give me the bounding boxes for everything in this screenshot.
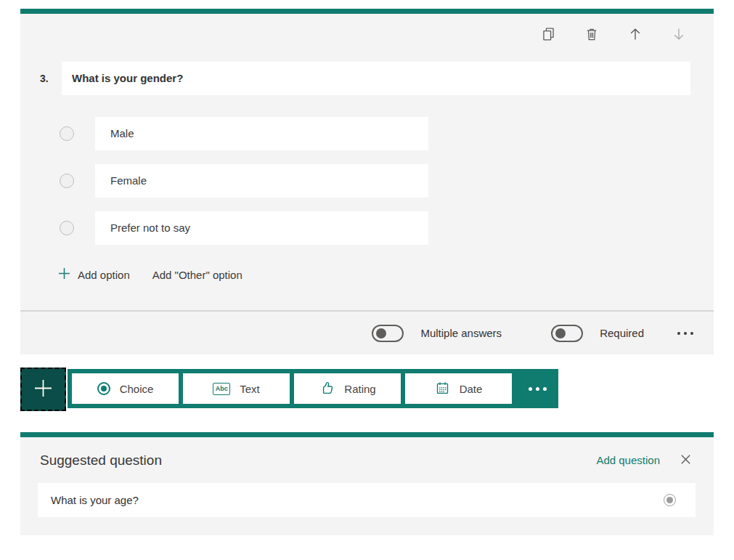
question-type-strip: Choice Abc Text Rating [68, 369, 558, 408]
close-icon [680, 453, 692, 468]
add-suggested-question-link[interactable]: Add question [596, 454, 660, 466]
question-title-input[interactable]: What is your gender? [62, 62, 690, 95]
option-row: Prefer not to say [60, 211, 714, 245]
option-list: Male Female Prefer not to say [20, 117, 714, 245]
toggle-knob [555, 328, 566, 338]
suggested-question-card: Suggested question Add question What is … [20, 432, 714, 535]
choice-button-label: Choice [120, 383, 154, 395]
question-card-body: 3. What is your gender? Male Female Pref… [20, 14, 714, 310]
plus-icon [58, 267, 70, 282]
multiple-answers-toggle[interactable] [372, 325, 404, 342]
multiple-answers-label: Multiple answers [420, 327, 502, 339]
trash-icon [584, 26, 599, 42]
option-radio-button[interactable] [60, 126, 74, 141]
required-label: Required [600, 327, 644, 339]
add-new-question-button[interactable] [20, 368, 66, 411]
add-text-question-button[interactable]: Abc Text [183, 373, 290, 404]
card-accent-bar [20, 9, 714, 14]
rating-button-label: Rating [344, 383, 375, 395]
more-question-types-button[interactable] [516, 373, 558, 404]
toggle-knob [376, 328, 386, 338]
text-abc-icon: Abc [213, 383, 230, 395]
option-text-input[interactable]: Female [95, 164, 428, 198]
question-card-footer: Multiple answers Required [20, 310, 714, 354]
suggested-question-actions: Add question [596, 453, 693, 468]
option-row: Female [60, 164, 714, 198]
date-button-label: Date [460, 383, 483, 395]
required-toggle[interactable] [551, 325, 583, 342]
add-question-bar: Choice Abc Text Rating [20, 368, 714, 411]
more-question-settings-button[interactable] [676, 328, 695, 339]
option-text-input[interactable]: Prefer not to say [95, 211, 428, 245]
question-number: 3. [40, 62, 62, 84]
option-radio-button[interactable] [60, 174, 74, 188]
add-date-question-button[interactable]: Date [405, 373, 512, 404]
add-other-option-button[interactable]: Add "Other" option [152, 269, 242, 281]
suggested-question-row[interactable]: What is your age? [38, 483, 696, 517]
delete-question-button[interactable] [583, 25, 600, 43]
question-action-toolbar [20, 14, 714, 43]
copy-icon [541, 26, 556, 42]
move-question-down-button[interactable] [670, 25, 688, 43]
option-row: Male [60, 117, 714, 150]
add-option-row: Add option Add "Other" option [58, 267, 714, 282]
suggested-question-title: Suggested question [40, 453, 162, 468]
plus-icon [33, 378, 54, 401]
arrow-down-icon [672, 26, 686, 42]
question-title-row: 3. What is your gender? [40, 62, 690, 95]
date-calendar-icon [435, 380, 450, 398]
add-option-label: Add option [78, 269, 130, 281]
choice-radio-icon [97, 382, 110, 395]
rating-thumbs-up-icon [319, 380, 335, 398]
arrow-up-icon [628, 26, 643, 42]
move-question-up-button[interactable] [627, 25, 644, 43]
add-option-button[interactable]: Add option [58, 267, 130, 282]
suggested-question-text: What is your age? [51, 494, 139, 506]
forms-editor-page: 3. What is your gender? Male Female Pref… [0, 0, 734, 560]
choice-type-icon [664, 494, 676, 506]
required-setting: Required [551, 325, 644, 342]
multiple-answers-setting: Multiple answers [372, 325, 502, 342]
text-button-label: Text [240, 383, 260, 395]
dismiss-suggestion-button[interactable] [678, 453, 693, 468]
copy-question-button[interactable] [539, 25, 557, 43]
add-choice-question-button[interactable]: Choice [72, 373, 179, 404]
option-text-input[interactable]: Male [95, 117, 428, 150]
ellipsis-icon [677, 332, 693, 335]
option-radio-button[interactable] [60, 221, 74, 235]
ellipsis-icon [529, 387, 547, 391]
add-rating-question-button[interactable]: Rating [294, 373, 401, 404]
question-card: 3. What is your gender? Male Female Pref… [20, 9, 714, 354]
suggested-question-header: Suggested question Add question [20, 437, 714, 483]
